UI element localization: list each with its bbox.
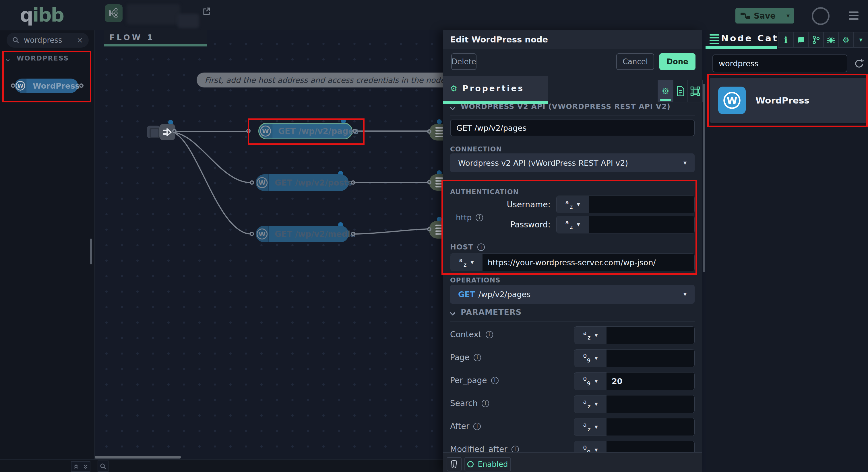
sidebar-scrollbar[interactable] [90,239,92,264]
connection-select[interactable]: Wordpress v2 API (vWordPress REST API v2… [450,154,694,172]
parameters-section-label[interactable]: PARAMETERS [461,308,522,316]
password-input[interactable] [589,216,694,233]
param-type-select[interactable]: az▾ [575,327,607,344]
palette-node-label: WordPress [26,81,80,90]
palette-node-input-port[interactable] [11,83,15,88]
tab-flow-1[interactable]: FLOW 1 [104,30,207,46]
connection-label: CONNECTION [450,145,502,153]
info-icon[interactable]: i [486,331,493,338]
info-button[interactable]: i [778,32,794,47]
refresh-button[interactable] [853,58,865,71]
palette-node-output-port[interactable] [79,83,84,88]
open-flow-external-button[interactable] [203,7,210,16]
info-icon[interactable]: i [474,354,481,361]
cancel-button[interactable]: Cancel [616,53,654,70]
node-output-port[interactable] [352,129,357,133]
info-icon[interactable]: i [473,423,481,430]
password-type-select[interactable]: az ▾ [557,216,589,233]
host-field: az ▾ [450,254,694,271]
chevron-down-icon[interactable] [6,57,9,62]
wordpress-icon: W [15,80,26,91]
host-input[interactable] [483,254,694,271]
node-get-wp-v2-pages[interactable]: W GET /wp/v2/pages [258,123,352,139]
editor-scrollbar[interactable] [703,84,705,272]
username-type-select[interactable]: az ▾ [557,196,589,213]
view-description-button[interactable] [673,80,687,102]
info-icon: i [784,35,787,45]
param-field-after: az▾ [574,418,694,436]
canvas-horizontal-scrollbar[interactable] [95,456,181,459]
node-input-port[interactable] [427,129,431,134]
host-type-select[interactable]: az ▾ [451,254,483,271]
logo-text-q: q [20,4,32,26]
node-input-port[interactable] [250,232,254,236]
start-node-output-port[interactable] [172,129,177,133]
versions-button[interactable] [808,32,823,47]
clear-search-icon[interactable]: × [76,36,83,44]
node-input-port[interactable] [246,129,251,133]
param-input-search[interactable] [607,396,694,413]
palette-wordpress-node[interactable]: W WordPress [15,78,78,93]
param-input-after[interactable] [607,418,694,436]
palette-search[interactable]: × [7,33,89,47]
operation-select[interactable]: GET /wp/v2/pages ▾ [450,285,694,304]
book-icon [450,460,458,469]
more-button[interactable]: ▾ [853,32,868,47]
view-appearance-button[interactable] [687,80,702,102]
info-icon[interactable]: i [482,400,489,407]
param-input-per-page[interactable] [607,372,694,390]
node-get-wp-v2-media[interactable]: W GET /wp/v2/media [256,226,349,242]
caret-down-icon: ▾ [594,332,598,338]
param-type-select[interactable]: az▾ [575,418,607,436]
main-menu-button[interactable] [849,11,859,20]
flow-canvas[interactable]: First, add the host address and access c… [95,30,443,460]
info-icon[interactable]: i [491,377,499,384]
settings-button[interactable]: ⚙ [838,32,853,47]
enabled-toggle[interactable]: Enabled [464,457,511,471]
collapse-up-button[interactable] [71,461,81,472]
node-input-port[interactable] [427,227,431,231]
catalog-result-wordpress[interactable]: W WordPress [710,78,868,123]
info-icon[interactable]: i [477,243,485,251]
chevron-down-icon[interactable] [451,105,455,111]
node-output-port[interactable] [351,180,355,185]
collapse-down-button[interactable] [81,461,90,472]
param-type-select[interactable]: 09▾ [575,349,607,367]
host-label: HOST [450,243,473,251]
save-button[interactable]: Save ▾ [735,8,794,24]
param-label-search: Searchi [450,399,489,408]
param-type-select[interactable]: az▾ [575,396,607,413]
user-avatar[interactable] [812,7,830,25]
done-button[interactable]: Done [659,53,695,70]
docs-button[interactable] [446,457,462,471]
catalog-search-input[interactable] [712,55,847,72]
node-output-port[interactable] [351,232,355,236]
canvas-footer [0,460,443,472]
param-type-select[interactable]: 09▾ [575,372,607,390]
debug-button[interactable] [823,32,838,47]
param-input-page[interactable] [607,349,694,367]
bug-icon [827,36,835,44]
enabled-label: Enabled [477,460,508,469]
canvas-search-button[interactable] [98,461,108,472]
save-dropdown-caret-icon[interactable]: ▾ [786,12,789,19]
list-icon [435,176,443,189]
username-input[interactable] [589,196,694,213]
palette-search-input[interactable] [24,36,72,44]
view-properties-button[interactable]: ⚙ [658,80,673,102]
section-wordpress-v2-api[interactable]: WORDPRESS V2 API (VWORDPRESS REST API V2… [461,102,671,111]
tab-properties[interactable]: ⚙ Properties [443,76,548,101]
node-name-input[interactable] [450,120,694,136]
docs-button[interactable] [794,32,808,47]
node-get-wp-v2-posts[interactable]: W GET /wp/v2/posts [256,174,349,191]
document-icon [676,86,685,96]
param-input-context[interactable] [607,327,694,344]
node-input-port[interactable] [427,180,431,184]
start-node-secondary[interactable] [147,126,160,138]
chevron-down-icon[interactable] [451,310,455,316]
delete-button[interactable]: Delete [451,53,476,70]
node-input-port[interactable] [250,180,254,185]
caret-down-icon: ▾ [859,37,862,43]
info-icon[interactable]: i [512,446,519,453]
caret-down-icon: ▾ [683,160,687,166]
